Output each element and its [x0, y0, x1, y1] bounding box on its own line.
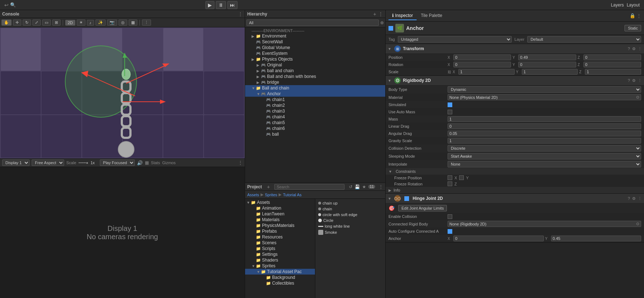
anchor-y-input[interactable] [551, 236, 641, 241]
tab-inspector[interactable]: ℹ Inspector [388, 12, 417, 20]
anchor-item[interactable]: ▼ 🎮 Anchor [245, 91, 385, 97]
freeze-position-y-checkbox[interactable] [459, 175, 464, 180]
add-hierarchy-button[interactable]: + [373, 11, 376, 17]
position-y-input[interactable] [518, 54, 576, 60]
object-enabled-checkbox[interactable] [388, 26, 393, 31]
audio-mute-icon[interactable]: 🔊 [137, 160, 143, 166]
tab-tile-palette[interactable]: Tile Palette [417, 12, 446, 20]
audio-button[interactable]: ♪ [87, 20, 94, 26]
scale-x-input[interactable] [458, 69, 515, 75]
2d-mode-button[interactable]: 2D [65, 20, 75, 26]
enable-collision-checkbox[interactable] [448, 214, 452, 219]
add-project-button[interactable]: + [267, 184, 270, 190]
rotation-x-input[interactable] [453, 62, 511, 67]
list-item[interactable]: 📁 Settings [245, 251, 315, 257]
stats-label[interactable]: Stats [151, 161, 160, 165]
display-select[interactable]: Display 1 [2, 159, 30, 166]
search-icon[interactable]: 🔍 [10, 2, 16, 8]
list-item[interactable]: 📁 PhysicsMaterials [245, 223, 315, 228]
display-menu-icon[interactable]: ⋮ [238, 160, 243, 165]
body-type-select[interactable]: Dynamic [448, 86, 641, 93]
play-focused-select[interactable]: Play Focused [100, 159, 135, 166]
scale-slider[interactable]: ━━━● [79, 161, 89, 165]
freeze-rotation-z-checkbox[interactable] [448, 181, 452, 186]
position-z-input[interactable] [583, 54, 641, 60]
light-button[interactable]: ☀ [77, 19, 85, 26]
list-item[interactable]: 📁 Resources [245, 234, 315, 240]
project-menu-icon[interactable]: ⋮ [379, 184, 383, 189]
hinge-joint-help-icon[interactable]: ? [628, 196, 630, 201]
list-item[interactable]: ▶ 🎮 bridge [245, 79, 385, 85]
list-item[interactable]: ▼ 📁 Assets [245, 200, 315, 205]
sleeping-mode-select[interactable]: Start Awake [448, 153, 641, 159]
list-item[interactable]: 📁 Background [245, 275, 315, 280]
auto-configure-checkbox[interactable] [448, 229, 452, 234]
overlay-button[interactable]: ▦ [129, 19, 137, 26]
interpolate-select[interactable]: None [448, 161, 641, 167]
info-row[interactable]: ▶ Info [386, 187, 644, 193]
list-item[interactable]: ▶ 📁 Physics Objects [245, 56, 385, 62]
use-auto-mass-checkbox[interactable] [448, 110, 452, 114]
play-button[interactable]: ▶ [205, 1, 214, 9]
console-menu-icon[interactable]: ⋮ [238, 12, 243, 17]
hinge-joint-settings-icon[interactable]: ⚙ [632, 196, 636, 201]
anchor-x-input[interactable] [453, 236, 544, 241]
list-item[interactable]: 🎮 chain1 [245, 97, 385, 102]
list-item[interactable]: ▼ 📁 Sprites [245, 263, 315, 269]
freeze-position-x-checkbox[interactable] [448, 175, 452, 180]
tutorial-asset-pac-item[interactable]: ▼ 📁 Tutorial Asset Pac [245, 269, 315, 275]
list-item[interactable]: circle with soft edge [317, 212, 384, 218]
list-item[interactable]: ▶ 📁 Environment [245, 33, 385, 39]
static-button[interactable]: Static [625, 25, 641, 31]
mass-input[interactable] [448, 116, 641, 122]
tag-select[interactable]: Untagged [398, 36, 512, 43]
edit-joint-limits-button[interactable]: Edit Joint Angular Limits [398, 205, 447, 211]
aspect-select[interactable]: Free Aspect [32, 159, 64, 166]
hierarchy-search-btn[interactable]: ⊕ [380, 20, 384, 25]
hinge-joint-2d-header[interactable]: ▼ ⬡⬡ Hinge Joint 2D ? ⚙ ⋮ [386, 194, 644, 203]
list-item[interactable]: Circle [317, 218, 384, 223]
list-item[interactable]: long white line [317, 223, 384, 229]
list-item[interactable]: 🎮 chain5 [245, 120, 385, 126]
move-tool-button[interactable]: ✛ [13, 19, 21, 26]
rigidbody2d-help-icon[interactable]: ? [628, 78, 630, 83]
transform-help-icon[interactable]: ? [628, 47, 630, 51]
list-item[interactable]: 📁 Scenes [245, 240, 315, 246]
scale-z-input[interactable] [585, 69, 641, 75]
transform-settings-icon[interactable]: ⚙ [632, 47, 636, 51]
list-item[interactable]: 📁 Shaders [245, 257, 315, 263]
undo-icon[interactable]: ↩ [4, 2, 9, 8]
ball-and-chain-item[interactable]: ▼ 📁 Ball and chain [245, 85, 385, 91]
hierarchy-search[interactable] [247, 19, 379, 26]
hand-tool-button[interactable]: ✋ [1, 19, 12, 26]
list-item[interactable]: 🎮 EventSystem [245, 51, 385, 56]
step-button[interactable]: ⏭ [227, 1, 237, 9]
list-item[interactable]: chain up [317, 200, 384, 206]
hierarchy-menu-icon[interactable]: ⋮ [378, 11, 383, 17]
scale-tool-button[interactable]: ⤢ [32, 19, 41, 26]
camera-button[interactable]: 📷 [107, 19, 117, 26]
rect-tool-button[interactable]: ▭ [42, 19, 51, 26]
breadcrumb-tutorial[interactable]: Tutorial As [283, 193, 302, 197]
position-x-input[interactable] [453, 54, 511, 60]
rigidbody2d-settings-icon[interactable]: ⚙ [632, 78, 636, 83]
hinge-joint-menu-icon[interactable]: ⋮ [638, 196, 642, 201]
gizmos-label[interactable]: Gizmos [162, 161, 176, 165]
list-item[interactable]: 🎮 chain3 [245, 108, 385, 114]
list-item[interactable]: 🎮 Global Volume [245, 45, 385, 51]
scale-y-input[interactable] [522, 69, 578, 75]
list-item[interactable]: 📁 Prefabs [245, 228, 315, 234]
list-item[interactable]: 📁 Animation [245, 205, 315, 211]
transform-tool-button[interactable]: ⊞ [52, 19, 61, 26]
rotation-y-input[interactable] [518, 62, 576, 67]
scene-menu-button[interactable]: ⋮ [142, 19, 151, 26]
rotate-tool-button[interactable]: ↻ [23, 19, 31, 26]
list-item[interactable]: 🎮 ball [245, 131, 385, 137]
favorite-icon[interactable]: ★ [362, 184, 366, 189]
gravity-scale-input[interactable] [448, 138, 641, 144]
connected-rigid-body-ref[interactable]: None (Rigidbody 2D) ⊙ [448, 221, 641, 227]
rigidbody2d-menu-icon[interactable]: ⋮ [638, 78, 642, 83]
save-icon[interactable]: 💾 [355, 184, 360, 189]
refresh-icon[interactable]: ↺ [349, 184, 352, 189]
rotation-z-input[interactable] [583, 62, 641, 67]
